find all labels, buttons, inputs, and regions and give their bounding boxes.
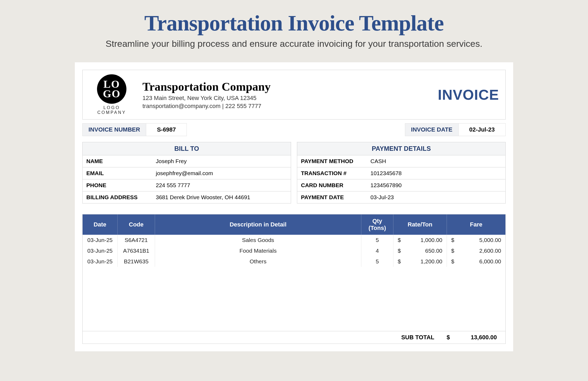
company-address: 123 Main Street, New York City, USA 1234… xyxy=(142,95,430,102)
payment-box: PAYMENT DETAILS PAYMENT METHODCASHTRANSA… xyxy=(297,142,506,203)
subtotal-label: SUB TOTAL xyxy=(389,334,442,341)
cell-money[interactable]: $650.00 xyxy=(393,245,447,256)
cell[interactable]: A76341B1 xyxy=(117,245,155,256)
table-row: 03-Jun-25S6A4721Sales Goods5$1,000.00$5,… xyxy=(83,235,505,245)
cell[interactable]: 5 xyxy=(361,235,393,245)
info-row: BILLING ADDRESS3681 Derek Drive Wooster,… xyxy=(82,191,291,203)
cell-money[interactable]: $2,600.00 xyxy=(447,245,505,256)
info-value[interactable]: 1234567890 xyxy=(367,179,505,191)
table-body: 03-Jun-25S6A4721Sales Goods5$1,000.00$5,… xyxy=(83,235,505,331)
cell[interactable]: 03-Jun-25 xyxy=(83,245,117,256)
page-title: Transportation Invoice Template xyxy=(75,11,513,36)
logo-icon: LO GO xyxy=(97,74,126,104)
info-row: TRANSACTION #1012345678 xyxy=(297,167,506,179)
table-row: 03-Jun-25A76341B1Food Materials4$650.00$… xyxy=(83,245,505,256)
col-code: Code xyxy=(117,214,155,235)
bill-to-box: BILL TO NAMEJoseph FreyEMAILjosephfrey@e… xyxy=(82,142,291,203)
payment-head: PAYMENT DETAILS xyxy=(297,142,506,155)
info-value[interactable]: 1012345678 xyxy=(367,167,505,179)
cell[interactable]: 4 xyxy=(361,245,393,256)
info-key: PAYMENT DATE xyxy=(297,191,367,203)
info-value[interactable]: 3681 Derek Drive Wooster, OH 44691 xyxy=(152,191,291,203)
invoice-sheet: LO GO LOGO COMPANY Transportation Compan… xyxy=(75,62,513,351)
cell[interactable]: 03-Jun-25 xyxy=(83,256,117,267)
company-info: Transportation Company 123 Main Street, … xyxy=(142,80,430,110)
subtotal-value: 13,600.00 xyxy=(471,334,497,341)
invoice-number-label: INVOICE NUMBER xyxy=(82,123,146,136)
cell[interactable]: S6A4721 xyxy=(117,235,155,245)
info-row: EMAILjosephfrey@email.com xyxy=(82,167,291,179)
meta-row: INVOICE NUMBER S-6987 INVOICE DATE 02-Ju… xyxy=(82,123,506,136)
invoice-heading: INVOICE xyxy=(438,86,499,103)
page-subtitle: Streamline your billing process and ensu… xyxy=(75,39,513,49)
logo-subtext: LOGO COMPANY xyxy=(89,105,134,115)
info-value[interactable]: Joseph Frey xyxy=(152,155,291,167)
invoice-number-value[interactable]: S-6987 xyxy=(146,123,187,136)
company-name: Transportation Company xyxy=(142,80,430,94)
info-key: PHONE xyxy=(83,179,152,191)
info-value[interactable]: 03-Jul-23 xyxy=(367,191,505,203)
invoice-date-value[interactable]: 02-Jul-23 xyxy=(459,123,506,136)
info-key: NAME xyxy=(83,155,152,167)
table-row: 03-Jun-25B21W635Others5$1,200.00$6,000.0… xyxy=(83,256,505,267)
info-row: PHONE224 555 7777 xyxy=(82,179,291,191)
invoice-date-block: INVOICE DATE 02-Jul-23 xyxy=(405,123,506,136)
company-header: LO GO LOGO COMPANY Transportation Compan… xyxy=(82,70,506,120)
cell[interactable]: Others xyxy=(155,256,361,267)
subtotal-amount: $ 13,600.00 xyxy=(442,334,501,341)
info-key: CARD NUMBER xyxy=(297,179,367,191)
company-contact: transportation@company.com | 222 555 777… xyxy=(142,103,430,110)
info-columns: BILL TO NAMEJoseph FreyEMAILjosephfrey@e… xyxy=(82,142,506,203)
cell-money[interactable]: $1,200.00 xyxy=(393,256,447,267)
info-row: CARD NUMBER1234567890 xyxy=(297,179,506,191)
cell[interactable]: Sales Goods xyxy=(155,235,361,245)
col-desc: Description in Detail xyxy=(155,214,361,235)
cell-money[interactable]: $1,000.00 xyxy=(393,235,447,245)
bill-to-head: BILL TO xyxy=(82,142,291,155)
cell[interactable]: Food Materials xyxy=(155,245,361,256)
col-qty-1: Qty xyxy=(372,218,382,225)
col-fare: Fare xyxy=(447,214,505,235)
logo-block: LO GO LOGO COMPANY xyxy=(89,74,134,115)
info-value[interactable]: 224 555 7777 xyxy=(152,179,291,191)
info-key: PAYMENT METHOD xyxy=(297,155,367,167)
col-qty-2: (Tons) xyxy=(369,225,386,232)
info-value[interactable]: CASH xyxy=(367,155,505,167)
col-rate: Rate/Ton xyxy=(393,214,447,235)
invoice-number-block: INVOICE NUMBER S-6987 xyxy=(82,123,187,136)
subtotal-currency: $ xyxy=(447,334,450,341)
col-qty: Qty (Tons) xyxy=(361,214,393,235)
logo-text-2: GO xyxy=(103,89,121,99)
cell[interactable]: B21W635 xyxy=(117,256,155,267)
invoice-date-label: INVOICE DATE xyxy=(405,123,459,136)
info-row: PAYMENT DATE03-Jul-23 xyxy=(297,191,506,203)
info-key: TRANSACTION # xyxy=(297,167,367,179)
cell-money[interactable]: $5,000.00 xyxy=(447,235,505,245)
table-header: Date Code Description in Detail Qty (Ton… xyxy=(83,214,505,235)
info-row: PAYMENT METHODCASH xyxy=(297,155,506,167)
cell[interactable]: 03-Jun-25 xyxy=(83,235,117,245)
page: Transportation Invoice Template Streamli… xyxy=(0,0,588,351)
info-key: BILLING ADDRESS xyxy=(83,191,152,203)
info-row: NAMEJoseph Frey xyxy=(82,155,291,167)
cell-money[interactable]: $6,000.00 xyxy=(447,256,505,267)
col-date: Date xyxy=(83,214,117,235)
cell[interactable]: 5 xyxy=(361,256,393,267)
info-key: EMAIL xyxy=(83,167,152,179)
subtotal-row: SUB TOTAL $ 13,600.00 xyxy=(83,331,505,344)
info-value[interactable]: josephfrey@email.com xyxy=(152,167,291,179)
items-table: Date Code Description in Detail Qty (Ton… xyxy=(82,214,506,344)
